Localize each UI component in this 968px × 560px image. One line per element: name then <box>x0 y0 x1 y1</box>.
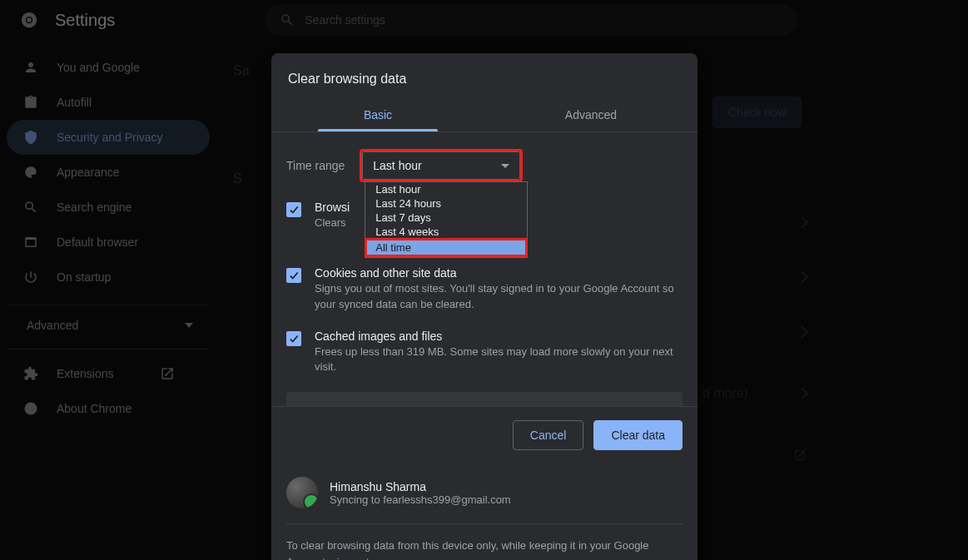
external-link-icon <box>160 366 175 381</box>
tab-advanced[interactable]: Advanced <box>484 98 697 131</box>
page-title: Settings <box>55 11 115 30</box>
dropdown-arrow-icon <box>501 164 509 168</box>
divider <box>286 523 683 524</box>
sidebar-item-on-startup[interactable]: On startup <box>7 260 210 295</box>
search-icon <box>280 12 295 27</box>
advanced-label: Advanced <box>27 319 78 332</box>
sign-out-link[interactable]: sign out <box>331 556 370 561</box>
chevron-right-icon <box>797 216 808 228</box>
browser-icon <box>23 235 38 250</box>
dropdown-option-last-hour[interactable]: Last hour <box>365 182 527 196</box>
dropdown-option-last-4-weeks[interactable]: Last 4 weeks <box>365 225 527 239</box>
chevron-right-icon <box>797 271 808 283</box>
cancel-button[interactable]: Cancel <box>513 420 584 450</box>
browsing-history-checkbox[interactable] <box>286 202 301 217</box>
dropdown-option-last-7-days[interactable]: Last 7 days <box>365 211 527 225</box>
section-label: S <box>233 171 242 186</box>
cached-desc: Frees up less than 319 MB. Some sites ma… <box>315 344 683 376</box>
time-range-label: Time range <box>286 159 345 172</box>
tabs: Basic Advanced <box>271 98 697 131</box>
cookies-desc: Signs you out of most sites. You'll stay… <box>315 281 683 313</box>
row-partial-text: d more) <box>702 386 748 401</box>
user-name: Himanshu Sharma <box>330 480 511 493</box>
chrome-icon <box>23 401 38 416</box>
sidebar-item-extensions[interactable]: Extensions <box>7 356 210 391</box>
cached-images-row: Cached images and files Frees up less th… <box>286 321 683 384</box>
cached-title: Cached images and files <box>315 330 683 343</box>
sidebar-item-label: Search engine <box>57 201 132 214</box>
sidebar-advanced-toggle[interactable]: Advanced <box>7 305 210 342</box>
sidebar-item-default-browser[interactable]: Default browser <box>7 225 210 260</box>
info-text: Search history and other forms of activi… <box>321 402 671 406</box>
power-icon <box>23 270 38 285</box>
sidebar-item-label: Appearance <box>57 166 120 179</box>
sidebar-item-label: Autofill <box>57 96 92 109</box>
time-range-dropdown: Last hour Last 24 hours Last 7 days Last… <box>365 181 528 258</box>
cached-checkbox[interactable] <box>286 331 301 346</box>
search-history-link[interactable]: Search history <box>321 404 390 406</box>
sidebar-item-label: Security and Privacy <box>57 131 163 144</box>
clipboard-icon <box>23 95 38 110</box>
clear-browsing-data-modal: Clear browsing data Basic Advanced Time … <box>271 53 697 560</box>
svg-point-3 <box>25 403 37 415</box>
modal-bottom: Himanshu Sharma Syncing to fearlesshs399… <box>271 463 697 560</box>
time-range-value: Last hour <box>373 159 421 172</box>
sidebar-item-label: About Chrome <box>57 402 132 415</box>
dropdown-option-all-time[interactable]: All time <box>365 238 528 257</box>
svg-point-2 <box>27 17 32 22</box>
dropdown-option-last-24-hours[interactable]: Last 24 hours <box>365 196 527 211</box>
search-history-info: G Search history and other forms of acti… <box>286 392 683 406</box>
user-row: Himanshu Sharma Syncing to fearlesshs399… <box>286 477 683 508</box>
sidebar-item-label: Extensions <box>57 367 113 380</box>
chevron-right-icon <box>797 326 808 338</box>
sidebar-item-label: On startup <box>57 270 111 284</box>
sidebar-item-label: You and Google <box>57 61 140 74</box>
sidebar: You and Google Autofill Security and Pri… <box>0 40 216 560</box>
google-icon: G <box>298 404 310 406</box>
chevron-right-icon <box>797 388 808 399</box>
sidebar-item-autofill[interactable]: Autofill <box>7 85 210 120</box>
sidebar-item-label: Default browser <box>57 235 138 249</box>
sidebar-item-search-engine[interactable]: Search engine <box>7 190 210 225</box>
time-range-select[interactable]: Last hour <box>362 151 520 180</box>
external-link-icon <box>793 448 807 462</box>
palette-icon <box>23 165 38 180</box>
time-range-row: Time range Last hour Last hour Last 24 h… <box>286 144 683 192</box>
modal-footer: Cancel Clear data <box>271 406 697 463</box>
time-range-select-highlighted: Last hour Last hour Last 24 hours Last 7… <box>360 149 523 182</box>
search-icon <box>23 200 38 215</box>
avatar <box>286 477 318 508</box>
tab-basic[interactable]: Basic <box>271 98 484 131</box>
divider <box>7 349 210 349</box>
shield-icon <box>23 130 38 145</box>
cookies-checkbox[interactable] <box>286 268 301 283</box>
sidebar-item-security-privacy[interactable]: Security and Privacy <box>7 120 210 155</box>
chevron-down-icon <box>185 323 193 328</box>
other-forms-link[interactable]: other forms of activity <box>415 404 518 406</box>
cookies-title: Cookies and other site data <box>315 266 683 280</box>
search-placeholder: Search settings <box>305 13 385 27</box>
bottom-note: To clear browsing data from this device … <box>286 538 683 560</box>
modal-body: Time range Last hour Last hour Last 24 h… <box>271 131 697 406</box>
section-label: Sa <box>233 63 250 78</box>
chrome-icon <box>20 11 38 29</box>
sidebar-item-you-and-google[interactable]: You and Google <box>7 50 210 85</box>
sidebar-item-about-chrome[interactable]: About Chrome <box>7 391 210 426</box>
check-now-button[interactable]: Check now <box>712 97 802 128</box>
clear-data-button[interactable]: Clear data <box>593 420 683 450</box>
user-sync-status: Syncing to fearlesshs399@gmail.com <box>330 493 511 506</box>
extension-icon <box>23 366 38 381</box>
modal-title: Clear browsing data <box>271 53 697 87</box>
sidebar-item-appearance[interactable]: Appearance <box>7 155 210 190</box>
search-input[interactable]: Search settings <box>265 4 797 36</box>
header: Settings Search settings <box>0 0 968 40</box>
person-icon <box>23 60 38 75</box>
cookies-row: Cookies and other site data Signs you ou… <box>286 258 683 321</box>
